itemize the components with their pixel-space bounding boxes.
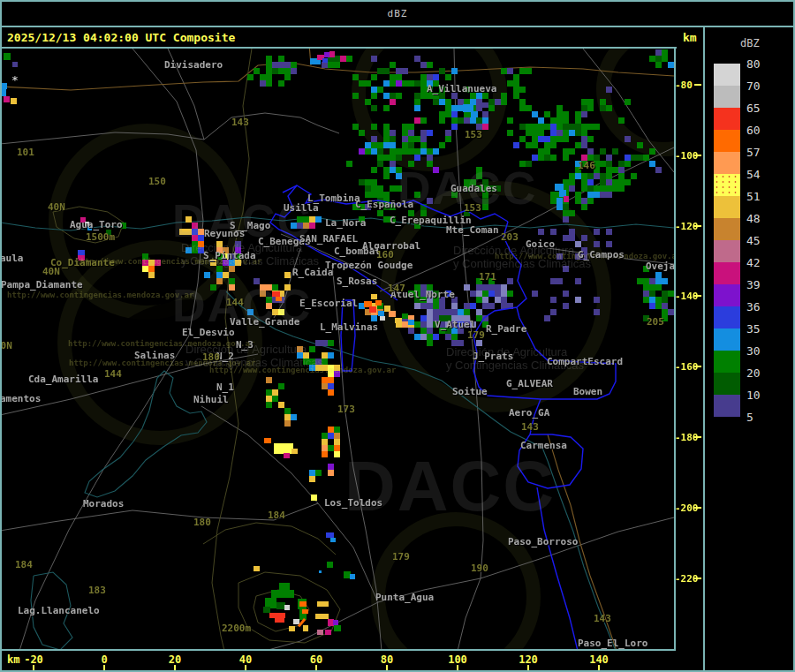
route-label: 190 [471,563,488,574]
place-label: Lag.Llancanelo [18,605,100,616]
route-label: 40N [48,201,65,213]
route-label: 180 [193,517,211,528]
place-label: J_Prats [473,351,513,362]
place-label: La_Nora [325,217,366,229]
legend-title: dBZ [740,37,760,49]
legend-value-label: 57 [746,146,761,159]
titlebar-separator [0,26,795,27]
legend-color-band [714,328,740,351]
radar-map: DACCDACCDACCDACCDirección de Agricultura… [2,49,674,649]
route-label: 1500m [86,231,115,243]
map-right-border [674,47,676,651]
place-label: C_Erepaquillin [390,215,472,226]
legend-color-band [714,130,740,152]
place-label: L_Malvinas [320,321,378,333]
right-axis-tick [694,84,701,86]
place-label: Goico [526,238,555,250]
place-label: Guadales [450,183,497,194]
route-label: 153 [464,202,481,214]
right-axis-tick-label: -80 [675,79,693,91]
legend-color-band [714,108,740,130]
legend-color-band [714,86,740,108]
timestamp-label: 2025/12/13 04:02:00 UTC Composite [7,31,235,44]
route-label: 184 [268,510,285,521]
place-label: Divisadero [164,59,223,71]
route-label: 179 [392,551,410,563]
bottom-axis-tick [103,665,105,670]
place-label: Morados [83,498,124,510]
place-label: Punta_Agua [375,592,434,603]
legend-value-label: 51 [746,190,761,203]
place-label: E_Escorial [299,298,358,309]
legend-color-band [714,306,740,328]
place-label: Tropezón Goudge [325,260,413,271]
place-label: R_Padre [486,323,526,335]
legend-value-label: 54 [746,168,761,181]
route-label: 179 [467,329,485,341]
bottom-axis-tick [315,665,317,670]
route-label: 40N [2,340,12,351]
place-label: Carmensa [520,440,567,451]
place-label: C_bombal [334,245,381,257]
bottom-axis-tick [174,665,176,670]
route-label: 153 [465,129,482,140]
route-label: 171 [479,271,496,283]
legend-value-label: 42 [746,256,761,269]
bottom-axis-tick-label: 0 [101,653,107,666]
place-label: Valle_Grande [230,316,299,328]
place-label: Paso_Borroso [508,536,578,547]
place-label: Bowen [573,386,602,397]
bottom-axis-tick [245,665,246,670]
bottom-axis-tick [33,665,34,670]
legend-color-band [714,152,740,174]
legend-color-band [714,64,740,86]
radar-site-asterisk: * [11,73,19,87]
bottom-axis-tick [527,665,529,670]
legend-value-label: 39 [746,278,761,291]
right-axis-tick [694,225,701,227]
place-label: S_Pintada [203,250,256,261]
legend-color-band [714,373,740,395]
place-label: El_Desvio [182,327,235,338]
place-label: A_Villanueva [427,83,496,94]
route-label: 160 [376,249,394,260]
bottom-axis-tick-label: -20 [24,653,43,666]
place-label: Oveja [646,260,674,272]
right-axis-tick [694,507,701,509]
route-label: 144 [104,368,122,380]
legend-value-label: 70 [746,79,761,93]
place-label: aula [2,253,24,264]
place-label: Reyunos [204,228,245,239]
bottom-axis-tick-label: 40 [239,653,252,666]
place-label: CompartEscard [547,356,623,367]
legend-value-label: 45 [746,234,761,247]
legend-value-label: 48 [746,212,761,225]
place-label: N_3 [236,339,254,351]
bottom-axis-tick-label: 60 [310,653,322,666]
route-label: 173 [337,404,355,415]
legend-color-band [714,395,740,417]
legend-value-label: 60 [746,124,761,137]
legend-color-band [714,351,740,373]
route-label: 183 [88,585,106,596]
legend-value-label: 30 [746,344,761,358]
route-label: 2200m [222,623,251,634]
right-axis-tick [694,295,701,297]
place-label: Agua_Toro [70,219,123,230]
place-label: Usilla [284,202,319,214]
legend-value-label: 10 [746,389,761,402]
place-label: G_Campos [578,249,625,260]
legend-value-label: 36 [746,300,761,313]
legend-value-label: 20 [746,366,761,380]
route-label: 144 [226,297,244,308]
legend-color-band [714,262,740,284]
place-label: S_Rosas [337,276,377,287]
legend-value-label: 65 [746,102,761,115]
place-label: R_Caida [292,267,333,278]
window-title: dBZ [0,8,795,19]
bottom-axis-tick [598,665,600,670]
place-label: Salinas [134,350,175,361]
frame-top [0,0,795,2]
legend-color-band [714,196,740,218]
place-label: Aero_GA [509,407,549,419]
